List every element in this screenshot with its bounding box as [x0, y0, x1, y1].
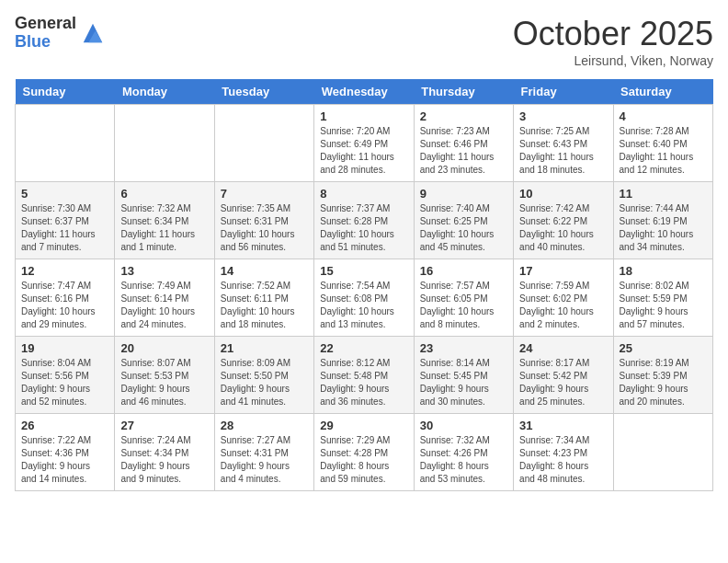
day-number: 17	[519, 264, 607, 278]
day-number: 10	[519, 187, 607, 201]
day-info: Sunrise: 7:37 AM Sunset: 6:28 PM Dayligh…	[320, 202, 407, 254]
day-number: 25	[620, 341, 707, 355]
day-info: Sunrise: 7:22 AM Sunset: 4:36 PM Dayligh…	[21, 434, 108, 486]
day-cell: 26Sunrise: 7:22 AM Sunset: 4:36 PM Dayli…	[16, 414, 115, 491]
page-header: General Blue October 2025 Leirsund, Vike…	[15, 15, 713, 68]
day-number: 24	[519, 341, 607, 355]
title-block: October 2025 Leirsund, Viken, Norway	[513, 15, 713, 68]
day-number: 14	[221, 264, 308, 278]
day-number: 5	[21, 187, 108, 201]
day-cell: 28Sunrise: 7:27 AM Sunset: 4:31 PM Dayli…	[214, 414, 313, 491]
day-cell: 16Sunrise: 7:57 AM Sunset: 6:05 PM Dayli…	[414, 259, 513, 337]
day-cell: 3Sunrise: 7:25 AM Sunset: 6:43 PM Daylig…	[514, 105, 613, 182]
day-info: Sunrise: 7:24 AM Sunset: 4:34 PM Dayligh…	[120, 434, 208, 486]
day-cell: 23Sunrise: 8:14 AM Sunset: 5:45 PM Dayli…	[414, 337, 513, 414]
day-number: 2	[420, 109, 507, 123]
day-info: Sunrise: 7:47 AM Sunset: 6:16 PM Dayligh…	[21, 280, 108, 331]
day-number: 18	[620, 264, 707, 278]
col-header-monday: Monday	[115, 79, 214, 105]
day-info: Sunrise: 8:07 AM Sunset: 5:53 PM Dayligh…	[120, 357, 208, 408]
day-cell: 19Sunrise: 8:04 AM Sunset: 5:56 PM Dayli…	[16, 337, 115, 414]
day-number: 12	[21, 264, 108, 278]
day-number: 27	[120, 419, 208, 432]
day-cell: 4Sunrise: 7:28 AM Sunset: 6:40 PM Daylig…	[613, 105, 712, 182]
day-info: Sunrise: 8:14 AM Sunset: 5:45 PM Dayligh…	[420, 357, 507, 408]
day-cell: 15Sunrise: 7:54 AM Sunset: 6:08 PM Dayli…	[314, 259, 414, 337]
day-cell: 1Sunrise: 7:20 AM Sunset: 6:49 PM Daylig…	[314, 105, 414, 182]
day-info: Sunrise: 8:09 AM Sunset: 5:50 PM Dayligh…	[221, 357, 308, 408]
day-cell: 21Sunrise: 8:09 AM Sunset: 5:50 PM Dayli…	[214, 337, 313, 414]
day-info: Sunrise: 7:42 AM Sunset: 6:22 PM Dayligh…	[519, 202, 607, 254]
col-header-wednesday: Wednesday	[314, 79, 414, 105]
day-number: 23	[420, 341, 507, 355]
day-info: Sunrise: 7:35 AM Sunset: 6:31 PM Dayligh…	[221, 202, 308, 254]
day-cell: 5Sunrise: 7:30 AM Sunset: 6:37 PM Daylig…	[16, 182, 115, 259]
day-number: 20	[120, 341, 208, 355]
day-number: 21	[221, 341, 308, 355]
day-cell: 8Sunrise: 7:37 AM Sunset: 6:28 PM Daylig…	[314, 182, 414, 259]
day-info: Sunrise: 8:12 AM Sunset: 5:48 PM Dayligh…	[320, 357, 407, 408]
day-info: Sunrise: 7:54 AM Sunset: 6:08 PM Dayligh…	[320, 280, 407, 331]
day-cell: 29Sunrise: 7:29 AM Sunset: 4:28 PM Dayli…	[314, 414, 414, 491]
col-header-sunday: Sunday	[16, 79, 115, 105]
day-number: 3	[519, 109, 607, 123]
day-info: Sunrise: 7:23 AM Sunset: 6:46 PM Dayligh…	[420, 125, 507, 177]
day-info: Sunrise: 7:29 AM Sunset: 4:28 PM Dayligh…	[320, 434, 407, 486]
day-cell: 14Sunrise: 7:52 AM Sunset: 6:11 PM Dayli…	[214, 259, 313, 337]
day-info: Sunrise: 7:34 AM Sunset: 4:23 PM Dayligh…	[519, 434, 607, 486]
week-row-4: 19Sunrise: 8:04 AM Sunset: 5:56 PM Dayli…	[16, 337, 713, 414]
header-row: SundayMondayTuesdayWednesdayThursdayFrid…	[16, 79, 713, 105]
day-info: Sunrise: 7:52 AM Sunset: 6:11 PM Dayligh…	[221, 280, 308, 331]
calendar-table: SundayMondayTuesdayWednesdayThursdayFrid…	[15, 79, 713, 491]
logo-icon	[80, 20, 106, 46]
day-info: Sunrise: 7:49 AM Sunset: 6:14 PM Dayligh…	[120, 280, 208, 331]
day-info: Sunrise: 7:27 AM Sunset: 4:31 PM Dayligh…	[221, 434, 308, 486]
day-cell: 2Sunrise: 7:23 AM Sunset: 6:46 PM Daylig…	[414, 105, 513, 182]
week-row-3: 12Sunrise: 7:47 AM Sunset: 6:16 PM Dayli…	[16, 259, 713, 337]
day-cell: 27Sunrise: 7:24 AM Sunset: 4:34 PM Dayli…	[115, 414, 214, 491]
day-cell	[16, 105, 115, 182]
week-row-2: 5Sunrise: 7:30 AM Sunset: 6:37 PM Daylig…	[16, 182, 713, 259]
day-cell: 25Sunrise: 8:19 AM Sunset: 5:39 PM Dayli…	[613, 337, 712, 414]
day-number: 7	[221, 187, 308, 201]
col-header-friday: Friday	[514, 79, 613, 105]
day-number: 30	[420, 419, 507, 432]
week-row-5: 26Sunrise: 7:22 AM Sunset: 4:36 PM Dayli…	[16, 414, 713, 491]
day-cell: 24Sunrise: 8:17 AM Sunset: 5:42 PM Dayli…	[514, 337, 613, 414]
day-cell: 13Sunrise: 7:49 AM Sunset: 6:14 PM Dayli…	[115, 259, 214, 337]
day-info: Sunrise: 7:32 AM Sunset: 4:26 PM Dayligh…	[420, 434, 507, 486]
day-info: Sunrise: 7:59 AM Sunset: 6:02 PM Dayligh…	[519, 280, 607, 331]
day-cell: 10Sunrise: 7:42 AM Sunset: 6:22 PM Dayli…	[514, 182, 613, 259]
day-number: 15	[320, 264, 407, 278]
day-number: 4	[620, 109, 707, 123]
day-info: Sunrise: 7:25 AM Sunset: 6:43 PM Dayligh…	[519, 125, 607, 177]
day-number: 22	[320, 341, 407, 355]
day-info: Sunrise: 7:28 AM Sunset: 6:40 PM Dayligh…	[620, 125, 707, 177]
day-info: Sunrise: 7:40 AM Sunset: 6:25 PM Dayligh…	[420, 202, 507, 254]
day-cell: 9Sunrise: 7:40 AM Sunset: 6:25 PM Daylig…	[414, 182, 513, 259]
day-info: Sunrise: 8:04 AM Sunset: 5:56 PM Dayligh…	[21, 357, 108, 408]
day-cell: 11Sunrise: 7:44 AM Sunset: 6:19 PM Dayli…	[613, 182, 712, 259]
day-cell: 22Sunrise: 8:12 AM Sunset: 5:48 PM Dayli…	[314, 337, 414, 414]
day-info: Sunrise: 7:32 AM Sunset: 6:34 PM Dayligh…	[120, 202, 208, 254]
col-header-saturday: Saturday	[613, 79, 712, 105]
day-info: Sunrise: 7:30 AM Sunset: 6:37 PM Dayligh…	[21, 202, 108, 254]
day-number: 28	[221, 419, 308, 432]
day-cell: 17Sunrise: 7:59 AM Sunset: 6:02 PM Dayli…	[514, 259, 613, 337]
day-number: 16	[420, 264, 507, 278]
day-number: 9	[420, 187, 507, 201]
month-title: October 2025	[513, 15, 713, 53]
day-cell	[115, 105, 214, 182]
col-header-tuesday: Tuesday	[214, 79, 313, 105]
day-number: 31	[519, 419, 607, 432]
location: Leirsund, Viken, Norway	[513, 53, 713, 68]
day-cell: 18Sunrise: 8:02 AM Sunset: 5:59 PM Dayli…	[613, 259, 712, 337]
day-number: 29	[320, 419, 407, 432]
day-cell: 12Sunrise: 7:47 AM Sunset: 6:16 PM Dayli…	[16, 259, 115, 337]
week-row-1: 1Sunrise: 7:20 AM Sunset: 6:49 PM Daylig…	[16, 105, 713, 182]
logo-general-text: General	[15, 15, 76, 33]
day-cell	[613, 414, 712, 491]
day-cell	[214, 105, 313, 182]
day-number: 19	[21, 341, 108, 355]
day-cell: 30Sunrise: 7:32 AM Sunset: 4:26 PM Dayli…	[414, 414, 513, 491]
